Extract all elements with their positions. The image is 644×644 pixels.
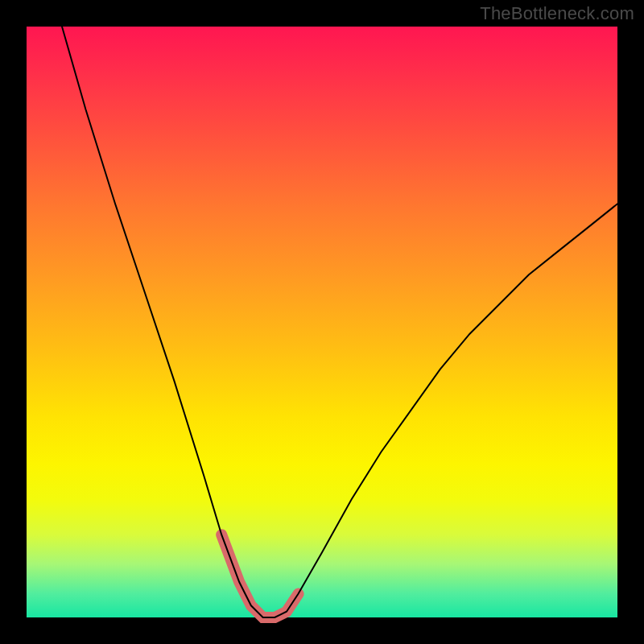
bottleneck-curve-highlight [221,535,298,617]
watermark-text: TheBottleneck.com [480,3,634,24]
bottleneck-curve-line [62,27,617,617]
plot-area [27,27,617,617]
curve-svg [27,27,617,617]
chart-frame: TheBottleneck.com [0,0,644,644]
